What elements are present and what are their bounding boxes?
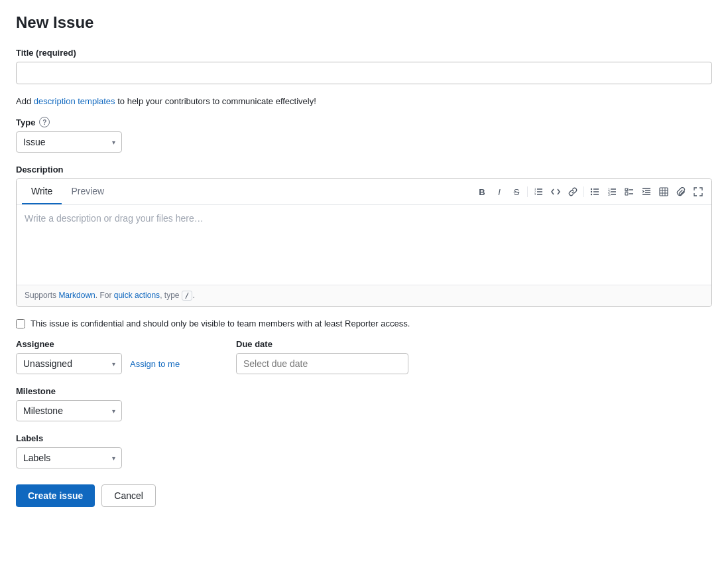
ordered-list-button[interactable]: 123 <box>530 184 546 200</box>
type-section: Type ? Issue Incident Test Case ▾ <box>16 117 712 153</box>
toolbar-divider-2 <box>583 186 584 197</box>
assignee-label: Assignee <box>16 339 215 349</box>
svg-point-8 <box>591 194 592 195</box>
cancel-button[interactable]: Cancel <box>101 484 156 507</box>
type-select-wrapper: Issue Incident Test Case ▾ <box>16 131 122 153</box>
link-button[interactable] <box>565 184 581 200</box>
confidential-label[interactable]: This issue is confidential and should on… <box>30 319 410 328</box>
editor-footer: Supports Markdown. For quick actions, ty… <box>17 285 711 306</box>
svg-text:3.: 3. <box>608 192 611 196</box>
table-button[interactable] <box>656 184 672 200</box>
assign-me-link[interactable]: Assign to me <box>130 359 180 369</box>
type-help-icon[interactable]: ? <box>39 117 50 127</box>
description-templates-row: Add description templates to help your c… <box>16 96 712 106</box>
attachment-button[interactable] <box>673 184 689 200</box>
description-editor: Write Preview B I S 123 <box>16 179 712 307</box>
editor-tabs-bar: Write Preview B I S 123 <box>17 179 711 205</box>
svg-text:3: 3 <box>534 192 536 196</box>
description-templates-link[interactable]: description templates <box>34 96 115 106</box>
tab-preview[interactable]: Preview <box>62 179 113 204</box>
code-button[interactable] <box>548 184 564 200</box>
assignee-select[interactable]: Unassigned <box>16 353 122 374</box>
milestone-label: Milestone <box>16 386 712 396</box>
type-select[interactable]: Issue Incident Test Case <box>16 131 122 153</box>
labels-select[interactable]: Labels <box>16 447 122 468</box>
due-date-input[interactable] <box>236 353 408 374</box>
title-section: Title (required) <box>16 48 712 84</box>
action-buttons: Create issue Cancel <box>16 484 712 507</box>
title-label: Title (required) <box>16 48 712 58</box>
toolbar-divider-1 <box>527 186 528 197</box>
bold-button[interactable]: B <box>474 184 490 200</box>
assignee-section: Assignee Unassigned ▾ Assign to me <box>16 339 215 374</box>
type-label: Type ? <box>16 117 712 127</box>
quick-actions-link[interactable]: quick actions <box>114 291 160 300</box>
page-title: New Issue <box>16 13 712 32</box>
editor-tabs-left: Write Preview <box>22 179 113 204</box>
italic-button[interactable]: I <box>491 184 507 200</box>
indent-button[interactable] <box>638 184 654 200</box>
title-input[interactable] <box>16 62 712 84</box>
description-section: Description Write Preview B I S 123 <box>16 165 712 307</box>
markdown-link[interactable]: Markdown <box>58 291 95 300</box>
create-issue-button[interactable]: Create issue <box>16 484 95 507</box>
svg-rect-19 <box>625 192 628 195</box>
svg-point-7 <box>591 191 592 192</box>
confidential-checkbox[interactable] <box>16 319 25 328</box>
due-date-section: Due date <box>236 339 712 374</box>
assignee-controls: Unassigned ▾ Assign to me <box>16 353 215 374</box>
strikethrough-button[interactable]: S <box>509 184 524 200</box>
assignee-duedate-row: Assignee Unassigned ▾ Assign to me Due d… <box>16 339 712 374</box>
tab-write[interactable]: Write <box>22 179 62 204</box>
labels-label: Labels <box>16 433 712 443</box>
description-editor-body[interactable]: Write a description or drag your files h… <box>17 205 711 285</box>
editor-toolbar: B I S 123 1.2.3. <box>474 181 706 202</box>
svg-point-6 <box>591 188 592 190</box>
description-label: Description <box>16 165 712 175</box>
milestone-select-wrapper: Milestone ▾ <box>16 400 122 421</box>
labels-select-wrapper: Labels ▾ <box>16 447 122 468</box>
confidential-row: This issue is confidential and should on… <box>16 319 712 328</box>
milestone-select[interactable]: Milestone <box>16 400 122 421</box>
unordered-list-button[interactable] <box>587 184 603 200</box>
numbered-list-button[interactable]: 1.2.3. <box>604 184 620 200</box>
assignee-select-wrapper: Unassigned ▾ <box>16 353 122 374</box>
quick-action-code: / <box>182 291 193 301</box>
labels-section: Labels Labels ▾ <box>16 433 712 468</box>
due-date-label: Due date <box>236 339 712 349</box>
svg-rect-26 <box>660 188 668 196</box>
milestone-section: Milestone Milestone ▾ <box>16 386 712 421</box>
checklist-button[interactable] <box>621 184 637 200</box>
editor-placeholder: Write a description or drag your files h… <box>25 213 204 224</box>
fullscreen-button[interactable] <box>690 184 706 200</box>
